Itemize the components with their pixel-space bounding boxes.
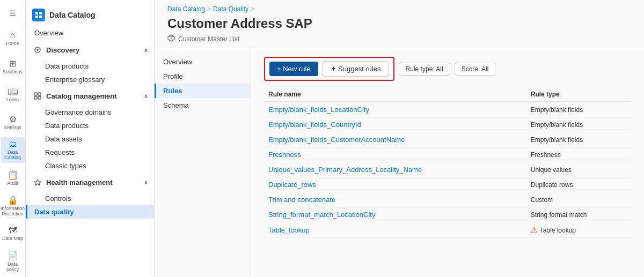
sidebar: Data Catalog Overview Discovery ∧ Data p…: [26, 0, 155, 277]
sidebar-governance-domains-label: Governance domains: [45, 108, 112, 116]
svg-point-5: [36, 49, 39, 51]
discovery-chevron-icon: ∧: [144, 47, 148, 53]
rule-name-link[interactable]: Duplicate_rows: [268, 181, 316, 189]
new-rule-button[interactable]: + New rule: [269, 62, 318, 76]
score-filter[interactable]: Score: All: [455, 63, 496, 76]
left-nav-overview[interactable]: Overview: [155, 55, 251, 69]
left-nav-profile[interactable]: Profile: [155, 69, 251, 84]
sidebar-item-requests[interactable]: Requests: [26, 146, 154, 159]
discovery-section-icon: [32, 44, 43, 55]
breadcrumb-data-quality[interactable]: Data Quality: [213, 5, 248, 13]
rail-info-protection-label: Information Protection: [1, 206, 25, 217]
page-subtitle-text: Customer Master List: [178, 35, 239, 43]
rule-name-link[interactable]: Freshness: [268, 151, 301, 159]
rule-type-value: Empty/blank fields: [531, 106, 583, 114]
col-header-rule-name: Rule name: [264, 87, 526, 102]
rule-type-value: Duplicate rows: [531, 181, 573, 189]
table-row: FreshnessFreshness: [264, 147, 631, 162]
hamburger-menu[interactable]: ☰: [1, 4, 25, 21]
left-nav-rules[interactable]: Rules: [155, 84, 251, 98]
sidebar-item-data-assets[interactable]: Data assets: [26, 132, 154, 146]
rail-settings-label: Settings: [4, 125, 21, 131]
rule-type-cell: Empty/blank fields: [526, 102, 631, 117]
rail-item-data-catalog[interactable]: 🗂 Data Catalog: [1, 137, 25, 163]
sidebar-item-data-products[interactable]: Data products: [26, 59, 154, 73]
suggest-rules-button[interactable]: ✦ Suggest rules: [323, 61, 389, 77]
audit-icon: 📋: [8, 170, 18, 180]
rail-item-home[interactable]: ⌂ Home: [1, 26, 25, 51]
table-row: Unique_values_Primary_Address_Locality_N…: [264, 162, 631, 177]
content-area: Overview Profile Rules Schema + New rule…: [155, 48, 644, 277]
svg-rect-3: [39, 16, 42, 18]
rule-type-value: Freshness: [531, 151, 561, 159]
sidebar-catalog-data-products-label: Data products: [45, 122, 89, 130]
sidebar-item-classic-types[interactable]: Classic types: [26, 159, 154, 173]
rail-data-catalog-label: Data Catalog: [1, 150, 25, 161]
rail-item-information-protection[interactable]: 🔒 Information Protection: [1, 193, 25, 219]
sidebar-data-products-label: Data products: [45, 62, 89, 70]
page-subtitle: Customer Master List: [155, 33, 644, 48]
data-catalog-icon: 🗂: [9, 139, 17, 149]
rail-item-audit[interactable]: 📋 Audit: [1, 165, 25, 191]
rule-name-link[interactable]: Table_lookup: [268, 226, 310, 234]
rule-type-cell: Empty/blank fields: [526, 132, 631, 147]
info-protection-icon: 🔒: [8, 195, 18, 205]
rule-type-cell: Custom: [526, 192, 631, 207]
table-row: Table_lookup⚠ Table lookup: [264, 222, 631, 238]
rules-table: Rule name Rule type Empty/blank_fields_L…: [264, 87, 631, 238]
rule-name-link[interactable]: Unique_values_Primary_Address_Locality_N…: [268, 166, 422, 174]
data-policy-icon: 📄: [8, 251, 18, 261]
rail-item-solutions[interactable]: ⊞ Solutions: [1, 54, 25, 79]
breadcrumb-data-catalog[interactable]: Data Catalog: [167, 5, 205, 13]
svg-rect-8: [34, 96, 37, 99]
sidebar-item-data-quality[interactable]: Data quality: [26, 205, 154, 219]
rail-learn-label: Learn: [6, 98, 19, 103]
rule-type-filter[interactable]: Rule type: All: [399, 63, 450, 76]
sidebar-section-health-management[interactable]: Health management ∧: [26, 173, 154, 192]
health-management-icon: [32, 177, 43, 188]
left-nav-schema[interactable]: Schema: [155, 98, 251, 113]
rule-type-value: Custom: [531, 196, 553, 204]
sidebar-section-discovery[interactable]: Discovery ∧: [26, 40, 154, 59]
catalog-management-icon: [32, 91, 43, 101]
sidebar-data-assets-label: Data assets: [45, 135, 82, 143]
sidebar-item-controls[interactable]: Controls: [26, 192, 154, 205]
rule-name-link[interactable]: Empty/blank_fields_LocationCity: [268, 106, 369, 114]
sidebar-health-management-label: Health management: [46, 178, 113, 186]
rule-type-cell: String format match: [526, 207, 631, 222]
rail-item-data-map[interactable]: 🗺 Data Map: [1, 221, 25, 246]
catalog-management-chevron-icon: ∧: [144, 93, 148, 99]
sidebar-item-overview[interactable]: Overview: [26, 26, 154, 40]
rail-audit-label: Audit: [7, 181, 18, 186]
left-nav: Overview Profile Rules Schema: [155, 48, 251, 277]
rule-name-link[interactable]: Trim and concatenate: [268, 196, 335, 204]
rule-type-cell: Duplicate rows: [526, 177, 631, 192]
learn-icon: 📖: [8, 86, 18, 96]
health-management-chevron-icon: ∧: [144, 179, 148, 185]
sidebar-section-catalog-management[interactable]: Catalog management ∧: [26, 86, 154, 106]
sidebar-overview-label: Overview: [34, 29, 63, 37]
subtitle-cube-icon: [167, 34, 175, 43]
sidebar-catalog-icon: [32, 9, 45, 21]
sidebar-item-enterprise-glossary[interactable]: Enterprise glossary: [26, 73, 154, 86]
sidebar-item-catalog-data-products[interactable]: Data products: [26, 119, 154, 132]
rule-name-link[interactable]: Empty/blank_fields_CustomerAccountName: [268, 136, 405, 144]
rail-item-data-policy[interactable]: 📄 Data policy: [1, 249, 25, 274]
rules-area: + New rule ✦ Suggest rules Rule type: Al…: [251, 48, 644, 277]
page-title: Customer Address SAP: [155, 15, 644, 33]
rule-name-link[interactable]: Empty/blank_fields_CountryId: [268, 121, 361, 129]
rail-item-learn[interactable]: 📖 Learn: [1, 81, 25, 107]
rule-name-link[interactable]: String_format_match_LocationCity: [268, 211, 375, 219]
sidebar-item-governance-domains[interactable]: Governance domains: [26, 106, 154, 119]
rule-type-cell: Unique values: [526, 162, 631, 177]
breadcrumb: Data Catalog > Data Quality >: [155, 0, 644, 15]
rule-type-value: Empty/blank fields: [531, 136, 583, 144]
rail-data-map-label: Data Map: [2, 236, 23, 242]
warning-icon: ⚠: [531, 226, 540, 234]
sidebar-header: Data Catalog: [26, 4, 154, 26]
table-row: Empty/blank_fields_CountryIdEmpty/blank …: [264, 117, 631, 132]
sidebar-requests-label: Requests: [45, 148, 75, 156]
table-row: Trim and concatenateCustom: [264, 192, 631, 207]
rule-type-value: Table lookup: [540, 227, 576, 234]
rail-item-settings[interactable]: ⚙ Settings: [1, 109, 25, 135]
